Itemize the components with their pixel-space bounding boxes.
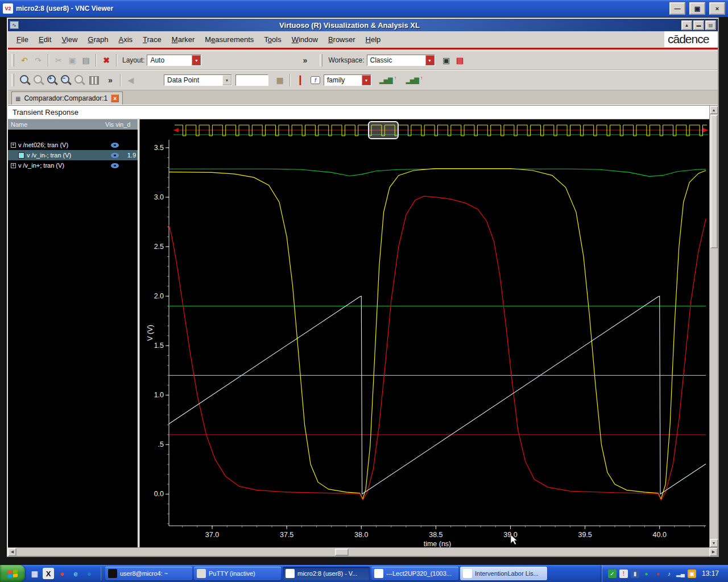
signal-row-net026[interactable]: + v /net026; tran (V) — [8, 140, 138, 150]
shade-button[interactable]: ▲ — [681, 20, 692, 30]
taskbar-task-2[interactable]: PuTTY (inactive) — [194, 567, 281, 580]
overview-range-slider[interactable] — [369, 122, 398, 139]
menu-window[interactable]: Window — [287, 33, 323, 46]
toolbar-text-input[interactable] — [235, 74, 268, 86]
scroll-right-icon[interactable]: ▶ — [709, 548, 718, 556]
dropdown-arrow-icon[interactable]: ▼ — [192, 55, 201, 65]
monitor-icon[interactable]: ▮ — [631, 569, 639, 578]
x-server-icon[interactable]: X — [43, 568, 54, 579]
horizontal-scroll-thumb[interactable] — [335, 548, 349, 556]
window-menu-icon[interactable]: ∿ — [10, 21, 19, 29]
status-green-icon[interactable]: ● — [642, 569, 651, 578]
expand-icon[interactable]: + — [11, 163, 16, 168]
putty-icon — [197, 569, 206, 578]
strip-chart-icon[interactable] — [89, 76, 99, 85]
minimize-window-button[interactable]: ▬ — [693, 20, 704, 30]
toolbar-drag-handle[interactable] — [11, 54, 14, 66]
menu-edit[interactable]: Edit — [34, 33, 56, 46]
delete-icon[interactable]: ✖ — [100, 53, 113, 67]
delete-workspace-icon[interactable]: ▤ — [453, 53, 467, 67]
scroll-down-icon[interactable]: ▼ — [710, 539, 718, 547]
signal-row-vin-minus[interactable]: v /v_in-; tran (V) 1.9 — [8, 150, 138, 160]
menu-tools[interactable]: Tools — [259, 33, 286, 46]
menu-browser[interactable]: Browser — [323, 33, 361, 46]
calculator-icon[interactable]: ▦ — [273, 73, 287, 87]
expand-icon[interactable]: + — [11, 143, 16, 148]
toolbar-drag-handle[interactable] — [320, 54, 322, 66]
trace-red-output — [169, 196, 706, 500]
updates-icon[interactable]: ▣ — [688, 569, 696, 578]
histogram-overlay-icon[interactable]: ▂▅▇ — [406, 76, 418, 85]
internet-explorer-icon[interactable]: e — [70, 568, 81, 579]
redo-icon[interactable]: ↷ — [31, 53, 45, 67]
dropdown-arrow-icon[interactable]: ▼ — [222, 75, 231, 85]
taskbar-task-1[interactable]: user8@micro4: ~ — [105, 567, 192, 580]
menu-marker[interactable]: Marker — [167, 33, 200, 46]
vnc-icon — [286, 569, 295, 578]
cut-icon[interactable]: ✂ — [52, 53, 65, 67]
dropdown-arrow-icon[interactable]: ▼ — [362, 75, 371, 85]
horizontal-scrollbar[interactable]: ◀ ▶ — [8, 547, 718, 556]
zoom-out-icon[interactable]: − — [59, 73, 72, 87]
zoom-box-icon[interactable] — [72, 73, 86, 87]
menu-file[interactable]: File — [11, 33, 34, 46]
transient-plot[interactable]: 3.53.02.52.01.51.0.50.037.037.538.038.53… — [140, 119, 709, 547]
undo-icon[interactable]: ↶ — [18, 53, 31, 67]
mouse-mode-combobox[interactable]: Data Point ▼ — [164, 74, 232, 86]
volume-icon[interactable]: ♪ — [665, 569, 673, 578]
maximize-window-button[interactable]: ▤ — [705, 20, 716, 30]
save-workspace-icon[interactable]: ▣ — [440, 53, 453, 67]
vertical-marker-icon[interactable]: ┃ — [293, 73, 307, 87]
visibility-eye-icon[interactable] — [111, 143, 119, 148]
restore-button[interactable]: ▣ — [689, 2, 705, 15]
antivirus-shield-icon[interactable]: ✓ — [608, 569, 617, 578]
virtuoso-titlebar[interactable]: ∿ Virtuoso (R) Visualization & Analysis … — [8, 19, 718, 31]
plot-canvas[interactable]: 3.53.02.52.01.51.0.50.037.037.538.038.53… — [140, 119, 709, 547]
taskbar-task-3[interactable]: micro2:8 (user8) - V... — [283, 567, 370, 580]
vnc-window-titlebar[interactable]: V2 micro2:8 (user8) - VNC Viewer — ▣ × — [0, 0, 728, 17]
status-red-icon[interactable]: ● — [653, 569, 662, 578]
start-button[interactable] — [0, 565, 25, 582]
app-blue-icon[interactable]: ● — [84, 568, 95, 579]
copy-icon[interactable]: ▣ — [65, 53, 79, 67]
menu-trace[interactable]: Trace — [138, 33, 167, 46]
svg-text:38.5: 38.5 — [429, 531, 442, 539]
workspace-combobox[interactable]: Classic ▼ — [367, 55, 435, 66]
layout-combobox[interactable]: Auto ▼ — [147, 55, 201, 66]
menu-measurements[interactable]: Measurements — [200, 33, 259, 46]
label-callout-icon[interactable]: f — [311, 76, 320, 84]
minimize-button[interactable]: — — [669, 2, 685, 15]
menu-axis[interactable]: Axis — [113, 33, 138, 46]
visibility-eye-icon[interactable] — [111, 153, 119, 158]
toolbar-overflow-chevron[interactable]: » — [298, 53, 312, 67]
menu-graph[interactable]: Graph — [82, 33, 113, 46]
paste-icon[interactable]: ▤ — [79, 53, 93, 67]
zoom-previous-icon[interactable] — [31, 73, 45, 87]
taskbar-task-5[interactable]: InterventionLabor Lis... — [460, 567, 547, 580]
toolbar-drag-handle[interactable] — [11, 74, 14, 86]
zoom-fit-icon[interactable] — [18, 73, 31, 87]
scroll-up-icon[interactable]: ▲ — [710, 106, 718, 114]
signal-row-vin-plus[interactable]: + v /v_in+; tran (V) — [8, 160, 138, 171]
toolbar-overflow-chevron[interactable]: » — [104, 73, 117, 87]
dropdown-arrow-icon[interactable]: ▼ — [425, 55, 435, 65]
vertical-scrollbar[interactable]: ▲ ▼ — [709, 106, 718, 547]
screen: V2 micro2:8 (user8) - VNC Viewer — ▣ × ∿… — [0, 0, 728, 582]
alert-icon[interactable]: ! — [619, 569, 628, 578]
family-combobox[interactable]: family ▼ — [324, 74, 371, 86]
visibility-eye-icon[interactable] — [111, 163, 119, 168]
menu-view[interactable]: View — [56, 33, 82, 46]
zoom-in-icon[interactable]: + — [45, 73, 59, 87]
close-button[interactable]: × — [709, 2, 725, 15]
show-desktop-icon[interactable]: ▦ — [29, 568, 40, 579]
taskbar-task-4[interactable]: ---Lect2UP320_(1003... — [371, 567, 458, 580]
histogram-icon[interactable]: ▂▅▇ — [379, 76, 392, 85]
menu-help[interactable]: Help — [361, 33, 386, 46]
tab-comparador[interactable]: ▦ Comparador:Comparador:1 × — [11, 92, 123, 105]
previous-icon[interactable]: ◀ — [124, 73, 138, 87]
vertical-scroll-thumb[interactable] — [710, 115, 718, 248]
scroll-left-icon[interactable]: ◀ — [8, 548, 16, 556]
tab-close-icon[interactable]: × — [111, 94, 119, 102]
browser-red-icon[interactable]: ● — [56, 568, 68, 579]
network-signal-icon[interactable]: ▂▄ — [676, 569, 685, 578]
